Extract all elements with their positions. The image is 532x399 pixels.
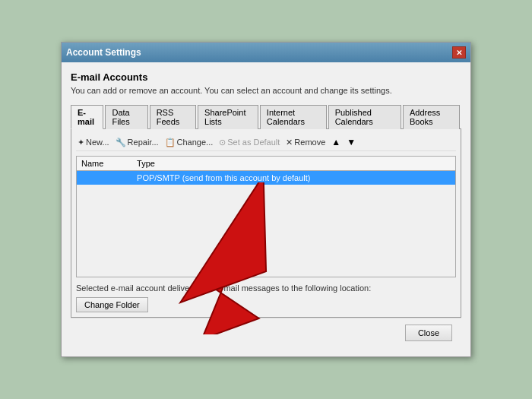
remove-icon: ✕ bbox=[286, 138, 293, 147]
window-title: Account Settings bbox=[66, 47, 141, 58]
accounts-table: Name Type POP/SMTP (send from this accou… bbox=[77, 157, 455, 185]
main-content: E-mail Accounts You can add or remove an… bbox=[62, 62, 470, 356]
change-button[interactable]: 📋 Change... bbox=[165, 138, 214, 147]
remove-button[interactable]: ✕ Remove bbox=[286, 138, 325, 147]
dialog-footer: Close bbox=[71, 318, 461, 347]
tab-address-books[interactable]: Address Books bbox=[403, 105, 460, 129]
down-icon[interactable]: ▼ bbox=[347, 137, 356, 147]
tab-bar: E-mail Data Files RSS Feeds SharePoint L… bbox=[71, 104, 461, 129]
tab-published-calendars[interactable]: Published Calendars bbox=[328, 105, 401, 129]
tab-data-files[interactable]: Data Files bbox=[105, 105, 147, 129]
set-default-icon: ⊙ bbox=[219, 138, 226, 147]
change-folder-button[interactable]: Change Folder bbox=[76, 297, 148, 312]
section-description: You can add or remove an account. You ca… bbox=[71, 86, 461, 95]
new-button[interactable]: ✦ New... bbox=[78, 138, 109, 147]
tab-internet-calendars[interactable]: Internet Calendars bbox=[260, 105, 327, 129]
table-row[interactable]: POP/SMTP (send from this account by defa… bbox=[77, 171, 455, 185]
delivery-location-text: Selected e-mail account delivers new e-m… bbox=[76, 283, 456, 293]
set-default-button[interactable]: ⊙ Set as Default bbox=[219, 138, 280, 147]
account-type-cell: POP/SMTP (send from this account by defa… bbox=[132, 171, 455, 185]
repair-icon: 🔧 bbox=[116, 138, 126, 147]
window-close-button[interactable]: ✕ bbox=[452, 46, 466, 59]
close-dialog-button[interactable]: Close bbox=[405, 325, 452, 341]
tab-content-email: ✦ New... 🔧 Repair... 📋 Change... ⊙ Set a… bbox=[71, 129, 461, 318]
up-icon[interactable]: ▲ bbox=[331, 137, 340, 147]
accounts-toolbar: ✦ New... 🔧 Repair... 📋 Change... ⊙ Set a… bbox=[76, 134, 456, 151]
col-name-header: Name bbox=[77, 157, 132, 171]
account-settings-window: Account Settings ✕ E-mail Accounts You c… bbox=[61, 42, 471, 357]
account-name-cell bbox=[77, 171, 132, 185]
tab-sharepoint[interactable]: SharePoint Lists bbox=[198, 105, 258, 129]
new-icon: ✦ bbox=[78, 138, 84, 147]
tab-rss-feeds[interactable]: RSS Feeds bbox=[150, 105, 196, 129]
delivery-location-section: Selected e-mail account delivers new e-m… bbox=[76, 283, 456, 312]
change-icon: 📋 bbox=[165, 138, 176, 147]
section-title: E-mail Accounts bbox=[71, 71, 461, 83]
title-bar: Account Settings ✕ bbox=[62, 43, 470, 62]
tab-email[interactable]: E-mail bbox=[71, 105, 103, 129]
accounts-table-wrapper: Name Type POP/SMTP (send from this accou… bbox=[76, 156, 456, 277]
repair-button[interactable]: 🔧 Repair... bbox=[116, 138, 159, 147]
col-type-header: Type bbox=[132, 157, 455, 171]
title-bar-controls: ✕ bbox=[452, 46, 466, 59]
